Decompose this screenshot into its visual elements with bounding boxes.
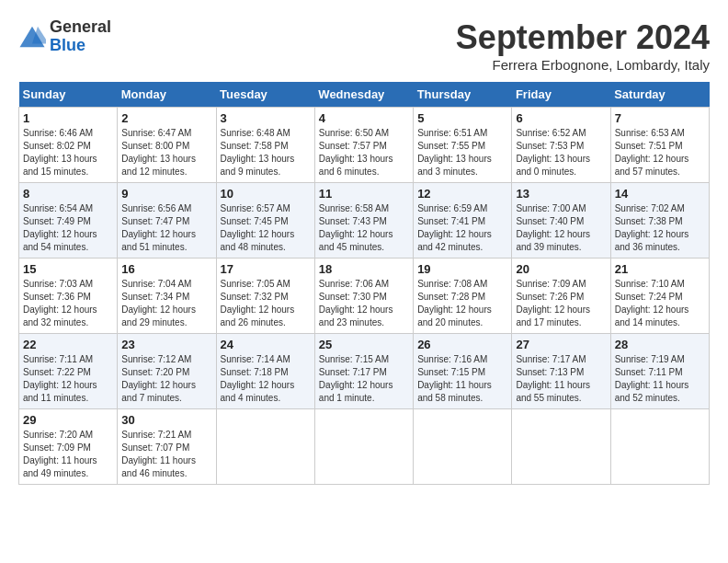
day-number: 3 [221, 111, 311, 125]
day-cell: 28Sunrise: 7:19 AM Sunset: 7:11 PM Dayli… [610, 334, 709, 409]
day-info: Sunrise: 7:10 AM Sunset: 7:24 PM Dayligh… [615, 278, 705, 329]
day-cell: 9Sunrise: 6:56 AM Sunset: 7:47 PM Daylig… [118, 183, 216, 259]
logo-blue-text: Blue [50, 37, 111, 55]
day-number: 23 [121, 338, 211, 351]
day-cell: 15Sunrise: 7:03 AM Sunset: 7:36 PM Dayli… [19, 259, 118, 334]
day-cell: 17Sunrise: 7:05 AM Sunset: 7:32 PM Dayli… [216, 259, 314, 334]
day-cell: 23Sunrise: 7:12 AM Sunset: 7:20 PM Dayli… [118, 334, 216, 409]
day-info: Sunrise: 7:21 AM Sunset: 7:07 PM Dayligh… [121, 429, 211, 480]
location: Ferrera Erbognone, Lombardy, Italy [456, 57, 710, 73]
header-monday: Monday [118, 82, 216, 108]
day-cell: 13Sunrise: 7:00 AM Sunset: 7:40 PM Dayli… [512, 183, 610, 259]
day-info: Sunrise: 7:05 AM Sunset: 7:32 PM Dayligh… [221, 278, 311, 329]
day-number: 4 [319, 111, 409, 125]
day-info: Sunrise: 7:11 AM Sunset: 7:22 PM Dayligh… [23, 353, 113, 405]
day-info: Sunrise: 7:17 AM Sunset: 7:13 PM Dayligh… [516, 353, 606, 405]
header-friday: Friday [512, 82, 610, 108]
logo: General Blue [18, 18, 111, 55]
header-sunday: Sunday [19, 82, 118, 108]
day-cell [314, 409, 413, 485]
day-cell: 1Sunrise: 6:46 AM Sunset: 8:02 PM Daylig… [19, 108, 118, 183]
week-row-3: 15Sunrise: 7:03 AM Sunset: 7:36 PM Dayli… [19, 259, 710, 334]
day-number: 19 [417, 262, 507, 276]
day-cell: 7Sunrise: 6:53 AM Sunset: 7:51 PM Daylig… [610, 108, 709, 183]
day-number: 14 [615, 187, 705, 201]
day-number: 7 [615, 111, 705, 125]
calendar-table: SundayMondayTuesdayWednesdayThursdayFrid… [18, 82, 710, 485]
day-info: Sunrise: 6:50 AM Sunset: 7:57 PM Dayligh… [319, 127, 409, 178]
day-info: Sunrise: 6:59 AM Sunset: 7:41 PM Dayligh… [417, 202, 507, 254]
day-info: Sunrise: 7:20 AM Sunset: 7:09 PM Dayligh… [23, 429, 113, 480]
day-cell [414, 409, 512, 485]
day-info: Sunrise: 6:48 AM Sunset: 7:58 PM Dayligh… [221, 127, 311, 178]
day-cell: 26Sunrise: 7:16 AM Sunset: 7:15 PM Dayli… [414, 334, 512, 409]
header-row: SundayMondayTuesdayWednesdayThursdayFrid… [19, 82, 710, 108]
day-number: 21 [615, 262, 705, 276]
day-cell: 24Sunrise: 7:14 AM Sunset: 7:18 PM Dayli… [216, 334, 314, 409]
day-cell [610, 409, 709, 485]
day-info: Sunrise: 7:09 AM Sunset: 7:26 PM Dayligh… [516, 278, 606, 329]
week-row-2: 8Sunrise: 6:54 AM Sunset: 7:49 PM Daylig… [19, 183, 710, 259]
day-cell: 16Sunrise: 7:04 AM Sunset: 7:34 PM Dayli… [118, 259, 216, 334]
day-cell: 12Sunrise: 6:59 AM Sunset: 7:41 PM Dayli… [414, 183, 512, 259]
day-info: Sunrise: 7:02 AM Sunset: 7:38 PM Dayligh… [615, 202, 705, 254]
day-cell: 25Sunrise: 7:15 AM Sunset: 7:17 PM Dayli… [314, 334, 413, 409]
day-number: 11 [319, 187, 409, 201]
day-number: 26 [417, 338, 507, 351]
day-info: Sunrise: 7:19 AM Sunset: 7:11 PM Dayligh… [615, 353, 705, 405]
day-info: Sunrise: 6:58 AM Sunset: 7:43 PM Dayligh… [319, 202, 409, 254]
day-info: Sunrise: 6:57 AM Sunset: 7:45 PM Dayligh… [221, 202, 311, 254]
day-info: Sunrise: 6:53 AM Sunset: 7:51 PM Dayligh… [615, 127, 705, 178]
day-info: Sunrise: 7:04 AM Sunset: 7:34 PM Dayligh… [121, 278, 211, 329]
day-cell: 4Sunrise: 6:50 AM Sunset: 7:57 PM Daylig… [314, 108, 413, 183]
day-number: 24 [221, 338, 311, 351]
day-cell: 29Sunrise: 7:20 AM Sunset: 7:09 PM Dayli… [19, 409, 118, 485]
day-info: Sunrise: 7:14 AM Sunset: 7:18 PM Dayligh… [221, 353, 311, 405]
day-info: Sunrise: 6:46 AM Sunset: 8:02 PM Dayligh… [23, 127, 113, 178]
logo-icon [18, 23, 46, 51]
header-thursday: Thursday [414, 82, 512, 108]
day-number: 22 [23, 338, 113, 351]
day-number: 1 [23, 111, 113, 125]
day-number: 17 [221, 262, 311, 276]
day-number: 30 [121, 413, 211, 427]
day-cell: 3Sunrise: 6:48 AM Sunset: 7:58 PM Daylig… [216, 108, 314, 183]
day-info: Sunrise: 7:06 AM Sunset: 7:30 PM Dayligh… [319, 278, 409, 329]
day-number: 5 [417, 111, 507, 125]
day-cell [216, 409, 314, 485]
day-info: Sunrise: 7:00 AM Sunset: 7:40 PM Dayligh… [516, 202, 606, 254]
day-number: 6 [516, 111, 606, 125]
day-number: 12 [417, 187, 507, 201]
day-cell: 27Sunrise: 7:17 AM Sunset: 7:13 PM Dayli… [512, 334, 610, 409]
day-info: Sunrise: 7:12 AM Sunset: 7:20 PM Dayligh… [121, 353, 211, 405]
day-number: 8 [23, 187, 113, 201]
day-number: 20 [516, 262, 606, 276]
day-cell: 21Sunrise: 7:10 AM Sunset: 7:24 PM Dayli… [610, 259, 709, 334]
day-info: Sunrise: 7:16 AM Sunset: 7:15 PM Dayligh… [417, 353, 507, 405]
title-block: September 2024 Ferrera Erbognone, Lombar… [456, 18, 710, 73]
day-number: 2 [121, 111, 211, 125]
day-cell: 2Sunrise: 6:47 AM Sunset: 8:00 PM Daylig… [118, 108, 216, 183]
day-info: Sunrise: 7:03 AM Sunset: 7:36 PM Dayligh… [23, 278, 113, 329]
day-info: Sunrise: 6:51 AM Sunset: 7:55 PM Dayligh… [417, 127, 507, 178]
day-cell: 19Sunrise: 7:08 AM Sunset: 7:28 PM Dayli… [414, 259, 512, 334]
header-wednesday: Wednesday [314, 82, 413, 108]
header-tuesday: Tuesday [216, 82, 314, 108]
day-cell: 6Sunrise: 6:52 AM Sunset: 7:53 PM Daylig… [512, 108, 610, 183]
day-number: 29 [23, 413, 113, 427]
day-cell: 14Sunrise: 7:02 AM Sunset: 7:38 PM Dayli… [610, 183, 709, 259]
day-cell [512, 409, 610, 485]
day-cell: 20Sunrise: 7:09 AM Sunset: 7:26 PM Dayli… [512, 259, 610, 334]
day-number: 16 [121, 262, 211, 276]
page-header: General Blue September 2024 Ferrera Erbo… [18, 18, 710, 73]
day-cell: 8Sunrise: 6:54 AM Sunset: 7:49 PM Daylig… [19, 183, 118, 259]
day-cell: 18Sunrise: 7:06 AM Sunset: 7:30 PM Dayli… [314, 259, 413, 334]
day-cell: 5Sunrise: 6:51 AM Sunset: 7:55 PM Daylig… [414, 108, 512, 183]
header-saturday: Saturday [610, 82, 709, 108]
week-row-5: 29Sunrise: 7:20 AM Sunset: 7:09 PM Dayli… [19, 409, 710, 485]
day-info: Sunrise: 7:15 AM Sunset: 7:17 PM Dayligh… [319, 353, 409, 405]
day-info: Sunrise: 7:08 AM Sunset: 7:28 PM Dayligh… [417, 278, 507, 329]
day-number: 10 [221, 187, 311, 201]
day-cell: 22Sunrise: 7:11 AM Sunset: 7:22 PM Dayli… [19, 334, 118, 409]
day-cell: 11Sunrise: 6:58 AM Sunset: 7:43 PM Dayli… [314, 183, 413, 259]
